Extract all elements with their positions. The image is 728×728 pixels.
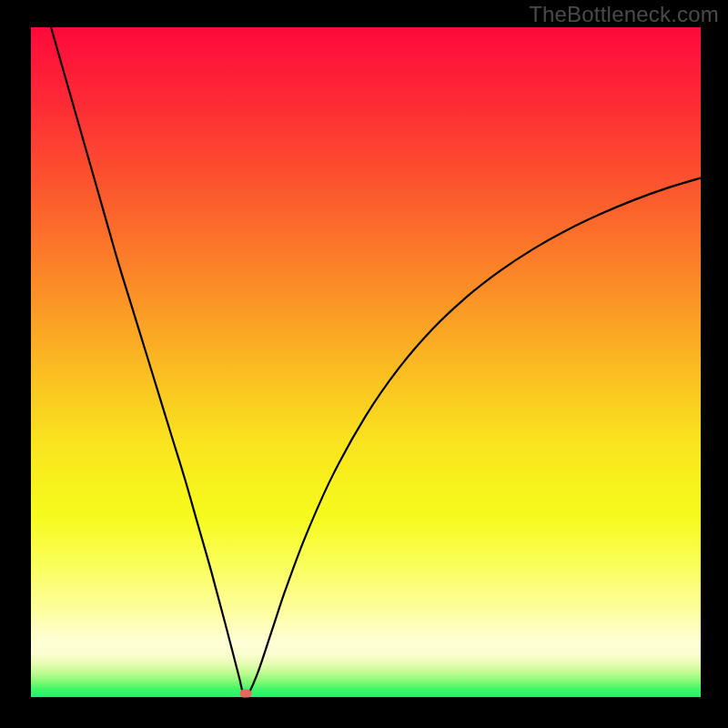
optimal-point-marker bbox=[239, 689, 251, 697]
gradient-background bbox=[31, 27, 701, 697]
watermark-text: TheBottleneck.com bbox=[529, 2, 719, 27]
plot-area bbox=[31, 27, 701, 697]
chart-frame: TheBottleneck.com bbox=[0, 0, 728, 728]
plot-svg bbox=[31, 27, 701, 697]
